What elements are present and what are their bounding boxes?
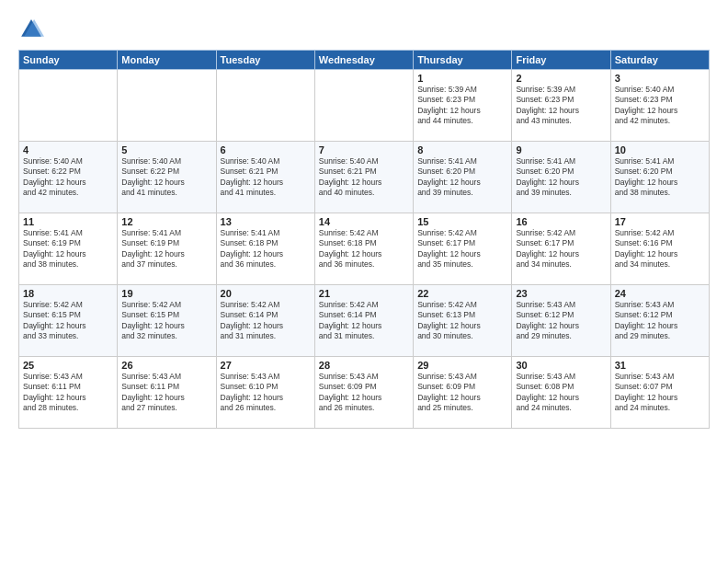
calendar-cell: 5Sunrise: 5:40 AM Sunset: 6:22 PM Daylig… xyxy=(118,142,216,213)
calendar-cell xyxy=(216,70,314,142)
day-of-week-header: Thursday xyxy=(414,51,512,70)
day-number: 15 xyxy=(417,216,507,227)
calendar-cell: 28Sunrise: 5:43 AM Sunset: 6:09 PM Dayli… xyxy=(314,357,413,429)
day-info: Sunrise: 5:41 AM Sunset: 6:19 PM Dayligh… xyxy=(121,228,211,270)
day-info: Sunrise: 5:39 AM Sunset: 6:23 PM Dayligh… xyxy=(516,85,606,127)
day-number: 14 xyxy=(319,216,409,227)
calendar-cell: 1Sunrise: 5:39 AM Sunset: 6:23 PM Daylig… xyxy=(414,70,512,142)
day-number: 9 xyxy=(516,144,606,155)
day-number: 2 xyxy=(516,73,606,84)
calendar-cell: 7Sunrise: 5:40 AM Sunset: 6:21 PM Daylig… xyxy=(314,142,413,213)
calendar-cell: 12Sunrise: 5:41 AM Sunset: 6:19 PM Dayli… xyxy=(118,213,216,285)
calendar-cell: 11Sunrise: 5:41 AM Sunset: 6:19 PM Dayli… xyxy=(19,213,118,285)
day-info: Sunrise: 5:42 AM Sunset: 6:17 PM Dayligh… xyxy=(516,228,606,270)
calendar-cell: 27Sunrise: 5:43 AM Sunset: 6:10 PM Dayli… xyxy=(216,357,314,429)
calendar-cell xyxy=(314,70,413,142)
day-info: Sunrise: 5:43 AM Sunset: 6:09 PM Dayligh… xyxy=(319,372,409,414)
day-number: 6 xyxy=(221,144,311,155)
calendar-cell xyxy=(19,70,118,142)
day-number: 8 xyxy=(417,144,507,155)
day-info: Sunrise: 5:42 AM Sunset: 6:16 PM Dayligh… xyxy=(615,228,705,270)
calendar-cell: 24Sunrise: 5:43 AM Sunset: 6:12 PM Dayli… xyxy=(610,285,709,357)
day-info: Sunrise: 5:42 AM Sunset: 6:17 PM Dayligh… xyxy=(417,228,507,270)
calendar-cell: 30Sunrise: 5:43 AM Sunset: 6:08 PM Dayli… xyxy=(512,357,610,429)
day-number: 24 xyxy=(615,288,705,299)
day-of-week-header: Wednesday xyxy=(314,51,413,70)
day-number: 21 xyxy=(319,288,409,299)
calendar-cell: 20Sunrise: 5:42 AM Sunset: 6:14 PM Dayli… xyxy=(216,285,314,357)
calendar-cell: 14Sunrise: 5:42 AM Sunset: 6:18 PM Dayli… xyxy=(314,213,413,285)
calendar-cell: 31Sunrise: 5:43 AM Sunset: 6:07 PM Dayli… xyxy=(610,357,709,429)
day-info: Sunrise: 5:42 AM Sunset: 6:15 PM Dayligh… xyxy=(23,300,113,342)
day-info: Sunrise: 5:42 AM Sunset: 6:14 PM Dayligh… xyxy=(319,300,409,342)
calendar-cell: 29Sunrise: 5:43 AM Sunset: 6:09 PM Dayli… xyxy=(414,357,512,429)
day-number: 12 xyxy=(121,216,211,227)
calendar-week-row: 4Sunrise: 5:40 AM Sunset: 6:22 PM Daylig… xyxy=(19,142,710,213)
day-number: 16 xyxy=(516,216,606,227)
day-number: 29 xyxy=(417,360,507,371)
day-info: Sunrise: 5:42 AM Sunset: 6:14 PM Dayligh… xyxy=(221,300,311,342)
day-info: Sunrise: 5:42 AM Sunset: 6:15 PM Dayligh… xyxy=(121,300,211,342)
day-of-week-header: Saturday xyxy=(610,51,709,70)
day-number: 4 xyxy=(23,144,113,155)
day-info: Sunrise: 5:43 AM Sunset: 6:09 PM Dayligh… xyxy=(417,372,507,414)
day-info: Sunrise: 5:40 AM Sunset: 6:23 PM Dayligh… xyxy=(615,85,705,127)
calendar-cell: 18Sunrise: 5:42 AM Sunset: 6:15 PM Dayli… xyxy=(19,285,118,357)
calendar-cell: 10Sunrise: 5:41 AM Sunset: 6:20 PM Dayli… xyxy=(610,142,709,213)
day-info: Sunrise: 5:43 AM Sunset: 6:12 PM Dayligh… xyxy=(615,300,705,342)
day-info: Sunrise: 5:42 AM Sunset: 6:18 PM Dayligh… xyxy=(319,228,409,270)
day-info: Sunrise: 5:43 AM Sunset: 6:08 PM Dayligh… xyxy=(516,372,606,414)
calendar-cell: 15Sunrise: 5:42 AM Sunset: 6:17 PM Dayli… xyxy=(414,213,512,285)
calendar-cell: 16Sunrise: 5:42 AM Sunset: 6:17 PM Dayli… xyxy=(512,213,610,285)
day-info: Sunrise: 5:42 AM Sunset: 6:13 PM Dayligh… xyxy=(417,300,507,342)
day-info: Sunrise: 5:40 AM Sunset: 6:21 PM Dayligh… xyxy=(319,156,409,199)
calendar-cell: 19Sunrise: 5:42 AM Sunset: 6:15 PM Dayli… xyxy=(118,285,216,357)
calendar-cell: 21Sunrise: 5:42 AM Sunset: 6:14 PM Dayli… xyxy=(314,285,413,357)
calendar-cell: 26Sunrise: 5:43 AM Sunset: 6:11 PM Dayli… xyxy=(118,357,216,429)
day-number: 17 xyxy=(615,216,705,227)
calendar-cell xyxy=(118,70,216,142)
calendar-header-row: SundayMondayTuesdayWednesdayThursdayFrid… xyxy=(19,51,710,70)
calendar-week-row: 25Sunrise: 5:43 AM Sunset: 6:11 PM Dayli… xyxy=(19,357,710,429)
calendar-week-row: 11Sunrise: 5:41 AM Sunset: 6:19 PM Dayli… xyxy=(19,213,710,285)
day-info: Sunrise: 5:43 AM Sunset: 6:11 PM Dayligh… xyxy=(121,372,211,414)
calendar-cell: 4Sunrise: 5:40 AM Sunset: 6:22 PM Daylig… xyxy=(19,142,118,213)
day-number: 28 xyxy=(319,360,409,371)
day-number: 7 xyxy=(319,144,409,155)
day-number: 19 xyxy=(121,288,211,299)
day-number: 11 xyxy=(23,216,113,227)
day-info: Sunrise: 5:43 AM Sunset: 6:10 PM Dayligh… xyxy=(221,372,311,414)
day-number: 10 xyxy=(615,144,705,155)
day-info: Sunrise: 5:40 AM Sunset: 6:22 PM Dayligh… xyxy=(121,156,211,199)
day-number: 25 xyxy=(23,360,113,371)
day-number: 20 xyxy=(221,288,311,299)
day-number: 18 xyxy=(23,288,113,299)
calendar-cell: 8Sunrise: 5:41 AM Sunset: 6:20 PM Daylig… xyxy=(414,142,512,213)
day-number: 1 xyxy=(417,73,507,84)
day-info: Sunrise: 5:41 AM Sunset: 6:19 PM Dayligh… xyxy=(23,228,113,270)
calendar-cell: 22Sunrise: 5:42 AM Sunset: 6:13 PM Dayli… xyxy=(414,285,512,357)
day-info: Sunrise: 5:41 AM Sunset: 6:20 PM Dayligh… xyxy=(615,156,705,199)
day-number: 5 xyxy=(121,144,211,155)
page-header xyxy=(18,17,710,42)
calendar-cell: 25Sunrise: 5:43 AM Sunset: 6:11 PM Dayli… xyxy=(19,357,118,429)
calendar-week-row: 1Sunrise: 5:39 AM Sunset: 6:23 PM Daylig… xyxy=(19,70,710,142)
day-of-week-header: Monday xyxy=(118,51,216,70)
day-info: Sunrise: 5:43 AM Sunset: 6:12 PM Dayligh… xyxy=(516,300,606,342)
calendar-week-row: 18Sunrise: 5:42 AM Sunset: 6:15 PM Dayli… xyxy=(19,285,710,357)
logo xyxy=(18,17,48,42)
day-info: Sunrise: 5:43 AM Sunset: 6:11 PM Dayligh… xyxy=(23,372,113,414)
calendar-cell: 3Sunrise: 5:40 AM Sunset: 6:23 PM Daylig… xyxy=(610,70,709,142)
day-info: Sunrise: 5:41 AM Sunset: 6:18 PM Dayligh… xyxy=(221,228,311,270)
day-of-week-header: Tuesday xyxy=(216,51,314,70)
day-number: 23 xyxy=(516,288,606,299)
calendar-cell: 13Sunrise: 5:41 AM Sunset: 6:18 PM Dayli… xyxy=(216,213,314,285)
day-info: Sunrise: 5:39 AM Sunset: 6:23 PM Dayligh… xyxy=(417,85,507,127)
calendar-cell: 2Sunrise: 5:39 AM Sunset: 6:23 PM Daylig… xyxy=(512,70,610,142)
calendar-cell: 9Sunrise: 5:41 AM Sunset: 6:20 PM Daylig… xyxy=(512,142,610,213)
day-number: 3 xyxy=(615,73,705,84)
day-number: 31 xyxy=(615,360,705,371)
day-info: Sunrise: 5:41 AM Sunset: 6:20 PM Dayligh… xyxy=(516,156,606,199)
logo-icon xyxy=(18,17,44,42)
day-number: 13 xyxy=(221,216,311,227)
